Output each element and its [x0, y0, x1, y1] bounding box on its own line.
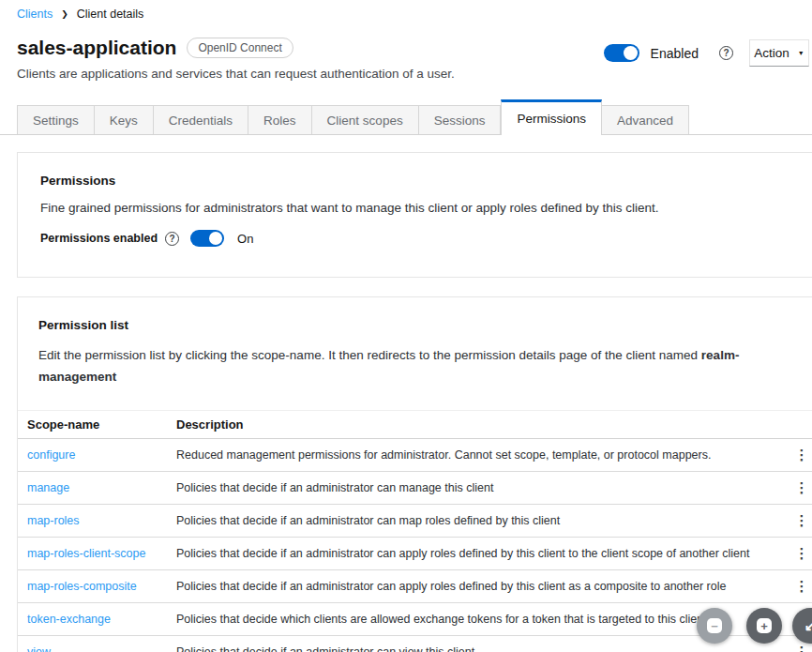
tab-credentials[interactable]: Credentials [154, 105, 248, 134]
scope-description: Policies that decide which clients are a… [167, 603, 779, 636]
title-row: sales-application OpenID Connect [17, 37, 293, 59]
header-controls: Enabled ? Action ▼ [604, 39, 809, 67]
enabled-label: Enabled [651, 46, 699, 61]
plus-icon: + [757, 618, 772, 633]
table-row: manage Policies that decide if an admini… [18, 472, 812, 505]
column-header-description: Description [167, 411, 779, 439]
client-details-page: Clients ❯ Client details sales-applicati… [0, 0, 812, 652]
permissions-card-title: Permissions [40, 174, 802, 188]
permissions-enabled-toggle[interactable] [190, 230, 224, 247]
chevron-down-icon: ▼ [798, 50, 804, 56]
action-dropdown[interactable]: Action ▼ [749, 39, 809, 67]
breadcrumb-clients-link[interactable]: Clients [17, 8, 53, 21]
tab-label: Keys [110, 114, 138, 128]
tab-client-scopes[interactable]: Client scopes [312, 105, 419, 134]
column-header-scope-name: Scope-name [18, 411, 167, 439]
tab-label: Roles [263, 114, 296, 128]
scope-link[interactable]: map-roles-composite [27, 580, 137, 593]
permission-table: Scope-name Description configure Reduced… [18, 410, 812, 652]
page-subtitle: Clients are applications and services th… [17, 67, 455, 81]
table-row: map-roles-composite Policies that decide… [18, 570, 812, 603]
permission-table-body: configure Reduced management permissions… [18, 439, 812, 652]
permission-list-description: Edit the permission list by clicking the… [18, 344, 789, 387]
zoom-in-button[interactable]: + [746, 608, 782, 644]
kebab-menu-icon[interactable]: ⋮ [791, 513, 812, 527]
permissions-card-description: Fine grained permissions for administrat… [40, 201, 802, 215]
toggle-knob [209, 232, 222, 245]
kebab-menu-icon[interactable]: ⋮ [791, 480, 812, 494]
kebab-menu-icon[interactable]: ⋮ [791, 644, 812, 652]
arrow-down-left-icon: ↙ [804, 617, 812, 634]
table-row: view Policies that decide if an administ… [18, 636, 812, 652]
scope-description: Reduced management permissions for admin… [167, 439, 779, 472]
tab-label: Credentials [169, 114, 233, 128]
client-enabled-toggle[interactable] [604, 44, 639, 62]
scope-description: Policies that decide if an administrator… [167, 472, 779, 505]
breadcrumb: Clients ❯ Client details [17, 8, 143, 21]
kebab-menu-icon[interactable]: ⋮ [791, 579, 812, 593]
tab-label: Sessions [434, 114, 486, 128]
permissions-enabled-label: Permissions enabled [40, 232, 158, 245]
protocol-badge: OpenID Connect [187, 38, 293, 58]
permissions-enabled-state: On [237, 232, 253, 246]
help-icon[interactable]: ? [719, 46, 733, 60]
tab-advanced[interactable]: Advanced [602, 105, 689, 134]
permission-list-title: Permission list [18, 318, 812, 332]
table-row: configure Reduced management permissions… [18, 439, 812, 472]
scope-description: Policies that decide if an administrator… [167, 538, 779, 570]
minus-icon: − [707, 618, 722, 633]
scope-description: Policies that decide if an administrator… [167, 636, 779, 652]
permission-list-card: Permission list Edit the permission list… [17, 296, 812, 652]
tab-keys[interactable]: Keys [95, 105, 154, 134]
tab-label: Permissions [517, 112, 586, 126]
tab-sessions[interactable]: Sessions [419, 105, 502, 134]
table-row: map-roles Policies that decide if an adm… [18, 505, 812, 538]
table-row: map-roles-client-scope Policies that dec… [18, 538, 812, 570]
scope-link[interactable]: configure [27, 448, 75, 462]
kebab-menu-icon[interactable]: ⋮ [791, 447, 812, 462]
table-header-row: Scope-name Description [18, 411, 812, 439]
help-icon[interactable]: ? [165, 232, 179, 246]
toggle-knob [624, 46, 638, 60]
scope-link[interactable]: manage [27, 481, 69, 494]
scope-description: Policies that decide if an administrator… [167, 505, 779, 538]
tab-permissions[interactable]: Permissions [501, 99, 602, 135]
scope-link[interactable]: map-roles-client-scope [27, 547, 145, 560]
tab-label: Client scopes [327, 114, 403, 128]
page-title: sales-application [17, 37, 176, 59]
tab-roles[interactable]: Roles [248, 105, 312, 134]
column-header-actions [779, 411, 812, 439]
tab-settings[interactable]: Settings [17, 105, 95, 134]
table-row: token-exchange Policies that decide whic… [18, 603, 812, 636]
breadcrumb-chevron-icon: ❯ [61, 9, 68, 19]
permission-list-description-text: Edit the permission list by clicking the… [38, 348, 701, 362]
scope-description: Policies that decide if an administrator… [167, 570, 779, 603]
tab-bar: SettingsKeysCredentialsRolesClient scope… [0, 99, 812, 135]
permissions-enabled-row: Permissions enabled ? On [40, 230, 802, 247]
zoom-out-button[interactable]: − [697, 608, 732, 644]
breadcrumb-current: Client details [77, 8, 144, 21]
scope-link[interactable]: map-roles [27, 514, 80, 527]
action-dropdown-label: Action [754, 46, 789, 60]
permissions-card: Permissions Fine grained permissions for… [17, 152, 812, 278]
kebab-menu-icon[interactable]: ⋮ [791, 546, 812, 560]
tab-label: Advanced [617, 114, 673, 128]
scope-link[interactable]: view [27, 645, 51, 652]
scope-link[interactable]: token-exchange [27, 613, 111, 626]
tab-label: Settings [33, 114, 79, 128]
